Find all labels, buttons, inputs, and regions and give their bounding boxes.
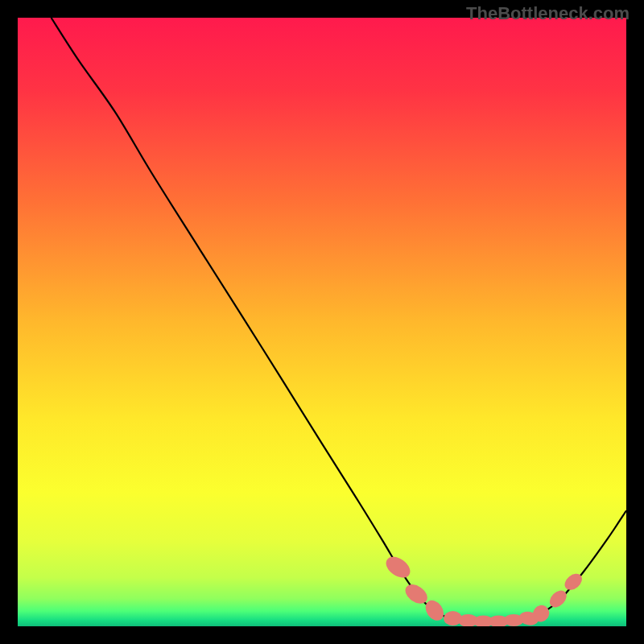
attribution-text: TheBottleneck.com: [466, 3, 630, 24]
chart-canvas: [18, 18, 626, 626]
chart-svg: [18, 18, 626, 626]
chart-background: [18, 18, 626, 626]
